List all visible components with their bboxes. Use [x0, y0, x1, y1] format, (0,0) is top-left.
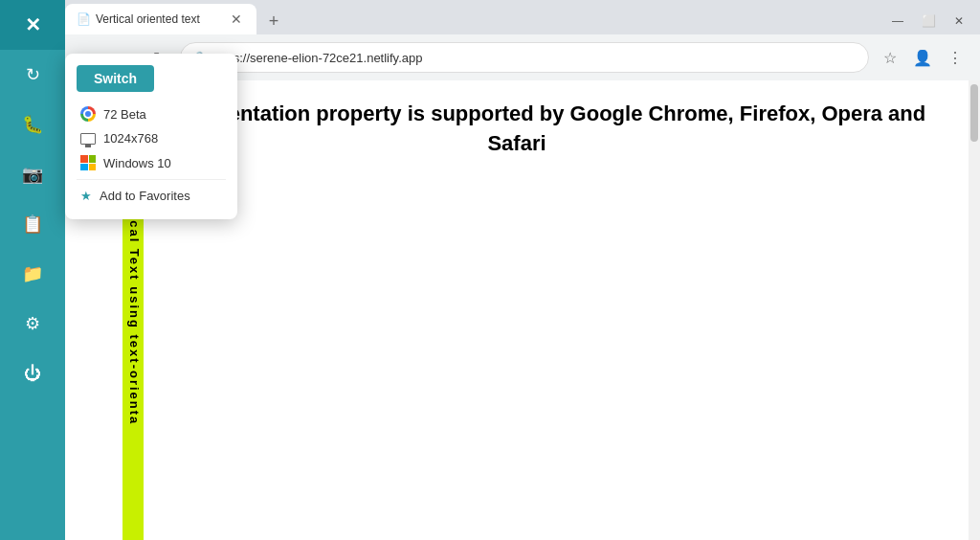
star-icon: ★: [80, 189, 92, 203]
folder-button[interactable]: 📁: [0, 249, 65, 299]
window-close-button[interactable]: ✕: [946, 8, 972, 34]
folder-icon: 📁: [22, 263, 43, 284]
resolution-label: 1024x768: [103, 131, 158, 146]
add-favorites-label: Add to Favorites: [100, 189, 190, 203]
window-controls: — ⬜ ✕: [884, 8, 980, 34]
popup-favorites-item[interactable]: ★ Add to Favorites: [77, 184, 226, 208]
menu-button[interactable]: ⋮: [942, 44, 969, 71]
monitor-icon: [80, 133, 96, 145]
tab-title: Vertical oriented text: [96, 12, 222, 26]
clipboard-icon: 📋: [22, 214, 43, 235]
windows-icon: [80, 155, 96, 170]
power-button[interactable]: ⏻: [0, 349, 65, 398]
refresh-icon: ↻: [26, 64, 40, 85]
star-button[interactable]: ☆: [877, 44, 903, 71]
new-tab-button[interactable]: +: [260, 8, 287, 34]
address-bar-actions: ☆ 👤 ⋮: [877, 44, 969, 71]
url-bar[interactable]: 🔒 https://serene-elion-72ce21.netlify.ap…: [180, 42, 869, 73]
vertical-text-box: Vertical Text using text-orienta: [122, 178, 144, 540]
tab-bar: 📄 Vertical oriented text ✕ + — ⬜ ✕: [65, 0, 980, 34]
close-button[interactable]: ✕: [0, 0, 65, 50]
popup-chrome-item[interactable]: 72 Beta: [77, 101, 226, 126]
popup-menu: Switch 72 Beta 1024x768 Windows 10 ★ Add…: [65, 54, 237, 219]
power-icon: ⏻: [24, 364, 41, 384]
camera-icon: 📷: [22, 164, 43, 185]
chrome-version-label: 72 Beta: [103, 107, 146, 122]
popup-resolution-item[interactable]: 1024x768: [77, 126, 226, 150]
sidebar: ✕ ↻ 🐛 📷 📋 📁 ⚙ ⏻: [0, 0, 65, 540]
maximize-button[interactable]: ⬜: [915, 8, 942, 34]
tab-favicon: 📄: [77, 12, 90, 26]
minimize-button[interactable]: —: [884, 8, 911, 34]
url-text: https://serene-elion-72ce21.netlify.app: [212, 51, 857, 65]
switch-button[interactable]: Switch: [77, 65, 154, 92]
popup-divider: [77, 179, 226, 180]
gear-icon: ⚙: [25, 313, 40, 334]
refresh-button[interactable]: ↻: [0, 50, 65, 100]
close-icon: ✕: [25, 13, 41, 36]
debug-button[interactable]: 🐛: [0, 100, 65, 149]
scrollbar-thumb[interactable]: [970, 84, 978, 142]
scrollbar[interactable]: [969, 80, 980, 540]
tab-close-button[interactable]: ✕: [228, 11, 245, 28]
popup-os-item[interactable]: Windows 10: [77, 150, 226, 175]
profile-button[interactable]: 👤: [909, 44, 936, 71]
chrome-icon: [80, 106, 96, 122]
active-tab[interactable]: 📄 Vertical oriented text ✕: [65, 4, 256, 34]
vertical-text-demo: Vertical Text using text-orienta: [103, 178, 930, 540]
clipboard-button[interactable]: 📋: [0, 199, 65, 249]
bug-icon: 🐛: [22, 114, 43, 135]
camera-button[interactable]: 📷: [0, 149, 65, 199]
settings-button[interactable]: ⚙: [0, 299, 65, 349]
os-label: Windows 10: [103, 156, 171, 170]
